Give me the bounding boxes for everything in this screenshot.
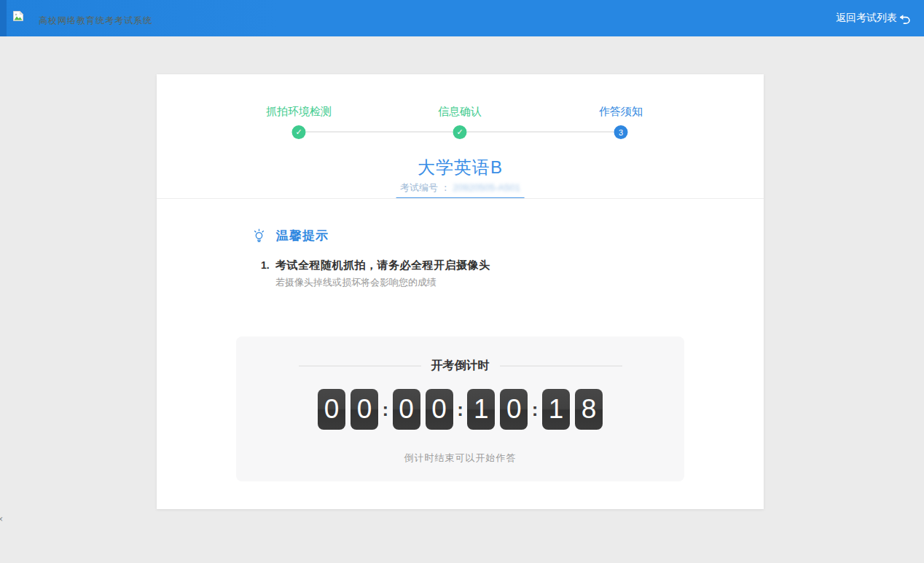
return-arrow-icon — [898, 13, 911, 25]
colon-separator: : — [457, 393, 463, 426]
corner-glyph: × — [0, 514, 3, 524]
exam-number-value: 20920505-A501 — [453, 182, 520, 193]
lightbulb-icon — [252, 229, 266, 243]
digit-tile: 0 — [318, 389, 345, 430]
tips-heading: 温馨提示 — [276, 227, 329, 244]
section-divider — [157, 198, 764, 199]
colon-separator: : — [382, 393, 388, 426]
exam-number: 考试编号 ： 20920505-A501 — [396, 181, 525, 199]
logo — [12, 15, 24, 22]
title-line-left — [299, 366, 421, 366]
digit-tile: 0 — [426, 389, 453, 430]
step-number: 3 — [619, 128, 623, 137]
tip-item-title: 考试全程随机抓拍，请务必全程开启摄像头 — [275, 259, 490, 272]
tip-item-note: 若摄像头掉线或损坏将会影响您的成绩 — [275, 276, 436, 289]
digit-tile: 0 — [351, 389, 378, 430]
exam-title: 大学英语B — [157, 156, 764, 179]
back-to-exam-list-link[interactable]: 返回考试列表 — [836, 0, 911, 36]
check-icon: ✓ — [456, 128, 463, 136]
step-label-answer-notice: 作答须知 — [599, 105, 643, 119]
step-circle-1-done: ✓ — [292, 125, 306, 139]
step-connector-1 — [306, 131, 453, 133]
digit-tile: 1 — [467, 389, 495, 430]
countdown-panel: 开考倒计时 0 0 : 0 0 : 1 0 : 1 8 倒计时结束可以开始作答 — [236, 336, 684, 481]
exam-number-label: 考试编号 ： — [400, 182, 450, 193]
step-connector-2 — [467, 131, 614, 133]
digit-tile: 0 — [393, 389, 420, 430]
digit-tile: 8 — [575, 389, 603, 430]
step-label-info-confirm: 信息确认 — [438, 105, 482, 119]
countdown-note: 倒计时结束可以开始作答 — [236, 452, 684, 465]
exam-notice-card: 抓拍环境检测 信息确认 作答须知 ✓ ✓ 3 大学英语B 考试编号 ： 2092… — [157, 74, 764, 509]
step-circle-2-done: ✓ — [453, 125, 467, 139]
countdown-title-row: 开考倒计时 — [236, 358, 684, 374]
top-header-bar: 高校网络教育统考考试系统 返回考试列表 — [0, 0, 924, 36]
countdown-title: 开考倒计时 — [431, 358, 490, 374]
countdown-digits: 0 0 : 0 0 : 1 0 : 1 8 — [236, 389, 684, 430]
tips-heading-row: 温馨提示 — [252, 227, 329, 244]
back-link-label: 返回考试列表 — [836, 12, 897, 25]
step-circle-3-current: 3 — [614, 125, 628, 139]
title-line-right — [500, 366, 622, 366]
broken-image-icon — [12, 10, 24, 22]
check-icon: ✓ — [295, 128, 302, 136]
step-label-env-check: 抓拍环境检测 — [266, 105, 332, 119]
digit-tile: 1 — [542, 389, 570, 430]
colon-separator: : — [532, 393, 539, 426]
digit-tile: 0 — [500, 389, 528, 430]
app-title: 高校网络教育统考考试系统 — [39, 15, 152, 27]
progress-stepper: 抓拍环境检测 信息确认 作答须知 ✓ ✓ 3 — [157, 74, 764, 154]
tip-item-index: 1. — [261, 259, 270, 271]
